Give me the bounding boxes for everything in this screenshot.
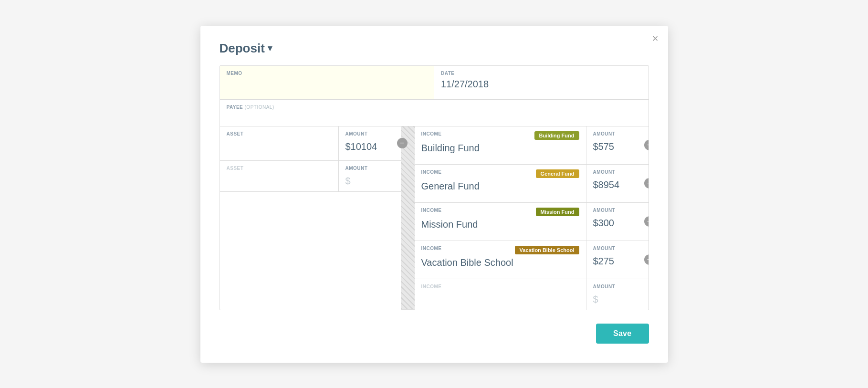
income-cell-3: INCOME Mission Fund Mission Fund: [415, 203, 586, 241]
payee-label: PAYEE (OPTIONAL): [227, 105, 642, 110]
minus-icon-income-2: −: [647, 179, 649, 188]
minus-icon-income-3: −: [647, 217, 649, 226]
income-amount-label-1: AMOUNT: [593, 131, 642, 136]
close-icon: ×: [652, 32, 659, 44]
amount-label-2: AMOUNT: [345, 166, 394, 171]
memo-cell: MEMO: [220, 66, 435, 99]
income-amount-label-2: AMOUNT: [593, 169, 642, 175]
form-section: MEMO DATE 11/27/2018 PAYEE (OPTIONAL): [220, 65, 649, 310]
income-label-1: INCOME: [421, 131, 442, 136]
minus-icon-1: −: [400, 139, 404, 147]
memo-label: MEMO: [227, 71, 428, 76]
right-panel: INCOME Building Fund Building Fund AMOUN…: [415, 126, 648, 310]
remove-asset-1-button[interactable]: −: [397, 138, 408, 148]
minus-icon-income-1: −: [647, 141, 649, 149]
income-cell-5: INCOME: [415, 279, 586, 310]
title-text: Deposit: [220, 41, 265, 56]
income-cell-1: INCOME Building Fund Building Fund: [415, 126, 586, 164]
spacer-cell: [401, 126, 415, 310]
income-label-5: INCOME: [421, 284, 579, 289]
close-button[interactable]: ×: [652, 33, 659, 44]
asset-label-2: ASSET: [227, 166, 332, 171]
income-cell-2: INCOME General Fund General Fund: [415, 165, 586, 202]
income-amount-value-4[interactable]: $275: [593, 256, 642, 267]
income-label-3: INCOME: [421, 208, 442, 213]
income-amount-value-5[interactable]: $: [593, 294, 642, 305]
income-name-3[interactable]: Mission Fund: [421, 219, 579, 230]
income-row-1: INCOME Building Fund Building Fund AMOUN…: [415, 126, 648, 165]
date-value[interactable]: 11/27/2018: [441, 79, 642, 90]
income-cell-4: INCOME Vacation Bible School Vacation Bi…: [415, 241, 586, 279]
date-label: DATE: [441, 71, 642, 76]
main-grid: ASSET AMOUNT $10104 − ASSET: [220, 126, 648, 310]
income-amount-cell-1: AMOUNT $575 −: [586, 126, 648, 164]
remove-income-2-button[interactable]: −: [644, 178, 649, 189]
income-amount-value-1[interactable]: $575: [593, 141, 642, 152]
asset-cell-1: ASSET: [220, 126, 339, 160]
income-tag-3[interactable]: Mission Fund: [536, 208, 579, 216]
income-name-4[interactable]: Vacation Bible School: [421, 257, 579, 268]
amount-cell-1: AMOUNT $10104 −: [339, 126, 401, 160]
income-name-1[interactable]: Building Fund: [421, 143, 579, 154]
income-amount-cell-2: AMOUNT $8954 −: [586, 165, 648, 202]
title-chevron[interactable]: ▾: [268, 43, 272, 53]
income-amount-cell-5: AMOUNT $: [586, 279, 648, 310]
income-row-4: INCOME Vacation Bible School Vacation Bi…: [415, 241, 648, 279]
amount-cell-2: AMOUNT $: [339, 161, 401, 191]
income-tag-4[interactable]: Vacation Bible School: [515, 246, 579, 254]
left-panel: ASSET AMOUNT $10104 − ASSET: [220, 126, 401, 310]
income-amount-cell-3: AMOUNT $300 −: [586, 203, 648, 241]
remove-income-4-button[interactable]: −: [644, 254, 649, 265]
income-amount-label-4: AMOUNT: [593, 246, 642, 251]
date-cell: DATE 11/27/2018: [434, 66, 648, 99]
asset-row-2: ASSET AMOUNT $: [220, 161, 401, 192]
income-amount-cell-4: AMOUNT $275 −: [586, 241, 648, 279]
income-amount-label-3: AMOUNT: [593, 208, 642, 213]
income-tag-2[interactable]: General Fund: [536, 169, 579, 178]
amount-value-1[interactable]: $10104: [345, 141, 394, 152]
income-row-5: INCOME AMOUNT $: [415, 279, 648, 310]
asset-label-1: ASSET: [227, 131, 332, 136]
top-row: MEMO DATE 11/27/2018: [220, 66, 648, 100]
minus-icon-income-4: −: [647, 255, 649, 264]
payee-row: PAYEE (OPTIONAL): [220, 100, 648, 126]
remove-income-1-button[interactable]: −: [644, 140, 649, 150]
income-row-3: INCOME Mission Fund Mission Fund AMOUNT …: [415, 203, 648, 241]
income-tag-1[interactable]: Building Fund: [534, 131, 579, 140]
income-amount-label-5: AMOUNT: [593, 284, 642, 289]
income-amount-value-2[interactable]: $8954: [593, 179, 642, 190]
income-label-4: INCOME: [421, 246, 442, 251]
memo-input[interactable]: [227, 79, 428, 94]
amount-label-1: AMOUNT: [345, 131, 394, 136]
asset-cell-2: ASSET: [220, 161, 339, 191]
amount-value-2[interactable]: $: [345, 176, 394, 187]
income-amount-value-3[interactable]: $300: [593, 218, 642, 229]
income-row-2: INCOME General Fund General Fund AMOUNT …: [415, 165, 648, 203]
modal: × Deposit ▾ MEMO DATE 11/27/2018 PAYEE (…: [200, 26, 668, 363]
payee-optional: (OPTIONAL): [245, 105, 274, 110]
asset-row-1: ASSET AMOUNT $10104 −: [220, 126, 401, 161]
modal-title: Deposit ▾: [220, 41, 649, 56]
income-label-2: INCOME: [421, 169, 442, 175]
remove-income-3-button[interactable]: −: [644, 216, 649, 227]
income-name-2[interactable]: General Fund: [421, 181, 579, 192]
footer-row: Save: [220, 324, 649, 344]
save-button[interactable]: Save: [596, 324, 649, 344]
